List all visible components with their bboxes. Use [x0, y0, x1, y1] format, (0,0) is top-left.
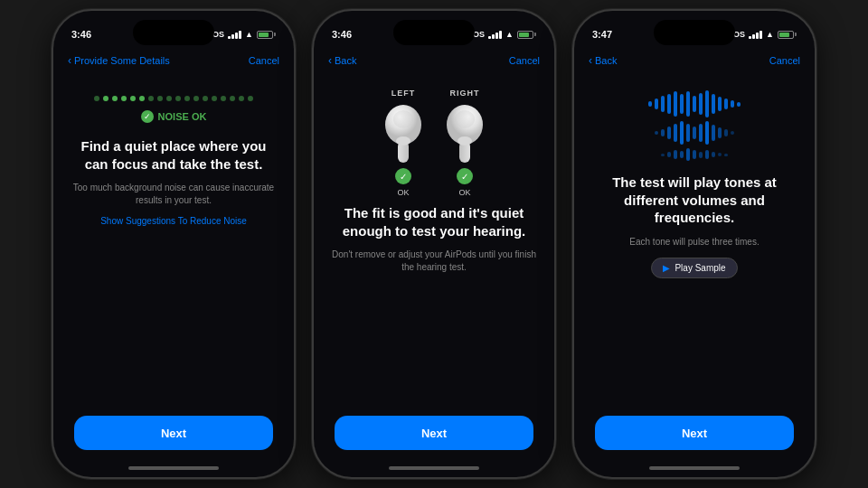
left-airpod-col: LEFT: [376, 89, 430, 197]
airpods-display: LEFT: [376, 89, 492, 197]
play-sample-label: Play Sample: [675, 263, 725, 273]
phone-1-wrapper: 3:46 🔔 SOS ▲: [52, 9, 296, 479]
time-2: 3:46: [332, 29, 352, 40]
svg-point-3: [393, 110, 413, 128]
screen-3: 3:47 🔔 SOS ▲: [574, 11, 815, 477]
sub-text-1: Too much background noise can cause inac…: [71, 182, 276, 207]
phone-1: 3:46 🔔 SOS ▲: [52, 9, 296, 479]
back-label-3: Back: [595, 55, 617, 66]
home-indicator-1: [128, 466, 219, 470]
noise-dots-1: [94, 96, 253, 101]
signal-1: [228, 31, 241, 39]
cancel-button-3[interactable]: Cancel: [769, 55, 800, 66]
right-ok-badge: ✓: [457, 168, 473, 184]
sub-text-3: Each tone will pulse three times.: [629, 236, 759, 249]
back-button-2[interactable]: ‹ Back: [328, 54, 356, 67]
nav-bar-3: ‹ Back Cancel: [574, 51, 815, 74]
next-button-1[interactable]: Next: [74, 416, 273, 450]
right-airpod-col: RIGHT: [438, 89, 492, 197]
screen-1: 3:46 🔔 SOS ▲: [53, 11, 294, 477]
right-ok-label: OK: [458, 188, 470, 197]
noise-status-1: ✓ NOISE OK: [141, 110, 207, 123]
wave-row-2: [655, 121, 734, 145]
noise-ok-text-1: NOISE OK: [158, 111, 207, 122]
phone-2-wrapper: 3:46 🔔 SOS ▲: [312, 9, 556, 479]
time-1: 3:46: [71, 29, 91, 40]
back-button-1[interactable]: ‹ Provide Some Details: [68, 54, 170, 67]
battery-2: [517, 31, 536, 39]
svg-point-7: [455, 110, 475, 128]
next-button-2[interactable]: Next: [335, 416, 533, 450]
play-sample-button[interactable]: ▶ Play Sample: [651, 258, 737, 278]
right-airpod-svg: [438, 101, 492, 166]
next-button-3[interactable]: Next: [595, 416, 794, 450]
sub-text-2: Don't remove or adjust your AirPods unti…: [332, 249, 536, 274]
signal-2: [488, 31, 502, 39]
suggestions-link-1[interactable]: Show Suggestions To Reduce Noise: [100, 216, 247, 226]
phone-3-wrapper: 3:47 🔔 SOS ▲: [572, 9, 816, 479]
left-ok-badge: ✓: [395, 168, 411, 184]
back-label-2: Back: [335, 55, 356, 66]
screen-2: 3:46 🔔 SOS ▲: [314, 11, 554, 477]
chevron-icon-3: ‹: [589, 54, 592, 67]
wave-row-3: [661, 148, 728, 161]
left-airpod-image: [376, 101, 430, 164]
time-3: 3:47: [592, 29, 612, 40]
wave-row-1: [648, 90, 741, 117]
content-2: LEFT: [314, 74, 554, 461]
main-heading-3: The test will play tones at different vo…: [592, 174, 797, 227]
nav-bar-1: ‹ Provide Some Details Cancel: [53, 51, 294, 74]
left-ok-label: OK: [397, 188, 409, 197]
right-label: RIGHT: [450, 89, 480, 98]
left-label: LEFT: [392, 89, 416, 98]
main-heading-2: The fit is good and it's quiet enough to…: [332, 204, 536, 239]
battery-3: [778, 31, 797, 39]
dynamic-island-3: [654, 20, 735, 45]
content-1: ✓ NOISE OK Find a quiet place where you …: [53, 74, 294, 461]
phone-2: 3:46 🔔 SOS ▲: [312, 9, 556, 479]
check-icon-1: ✓: [141, 110, 154, 123]
back-label-1: Provide Some Details: [74, 55, 170, 66]
waveform-display: [613, 90, 776, 161]
play-icon: ▶: [663, 263, 670, 273]
signal-3: [749, 31, 762, 39]
cancel-button-2[interactable]: Cancel: [509, 55, 540, 66]
home-indicator-3: [649, 466, 740, 470]
home-indicator-2: [389, 466, 479, 470]
left-airpod-svg: [376, 101, 430, 166]
content-3: The test will play tones at different vo…: [574, 74, 815, 461]
back-button-3[interactable]: ‹ Back: [589, 54, 617, 67]
dynamic-island-2: [393, 20, 475, 45]
wifi-icon-2: ▲: [505, 30, 514, 39]
dynamic-island-1: [133, 20, 214, 45]
right-airpod-image: [438, 101, 492, 164]
wifi-icon-1: ▲: [245, 30, 253, 39]
chevron-icon-2: ‹: [328, 54, 332, 67]
svg-point-2: [396, 136, 410, 145]
main-heading-1: Find a quiet place where you can focus a…: [71, 137, 276, 173]
phone-3: 3:47 🔔 SOS ▲: [572, 9, 816, 479]
battery-1: [257, 31, 276, 39]
wifi-icon-3: ▲: [766, 30, 774, 39]
nav-bar-2: ‹ Back Cancel: [314, 51, 554, 74]
cancel-button-1[interactable]: Cancel: [249, 55, 279, 66]
svg-point-6: [458, 136, 472, 145]
chevron-icon-1: ‹: [68, 54, 71, 67]
